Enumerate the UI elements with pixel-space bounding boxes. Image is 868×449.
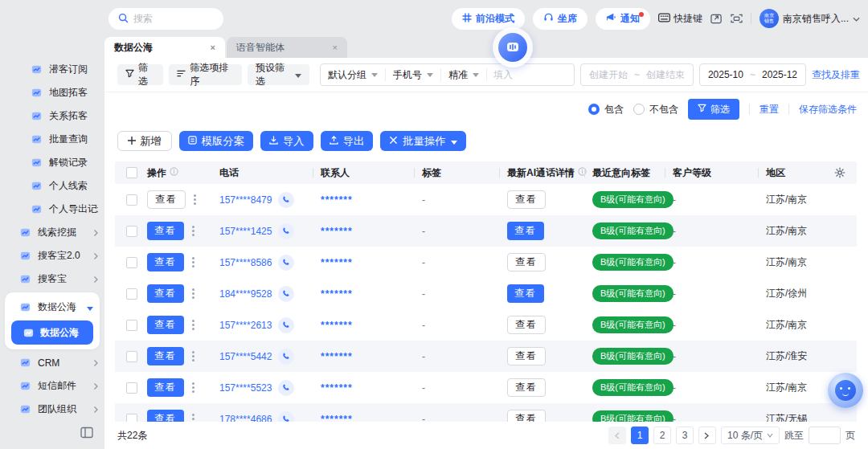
row-more-menu-icon[interactable]: [192, 320, 194, 330]
filter-button[interactable]: 筛选: [117, 64, 163, 85]
row-checkbox[interactable]: [126, 288, 137, 300]
page-button-2[interactable]: 2: [653, 427, 671, 444]
close-icon[interactable]: ×: [333, 43, 338, 52]
phone-number: 157****8586: [219, 257, 272, 268]
jump-page-input[interactable]: [809, 427, 841, 444]
sidebar-item-crm[interactable]: CRM: [0, 351, 104, 374]
export-button[interactable]: 导出: [321, 131, 374, 151]
ai-detail-view-button[interactable]: 查看: [507, 316, 546, 334]
template-assign-button[interactable]: 模版分案: [179, 131, 253, 151]
call-phone-icon[interactable]: [278, 223, 294, 239]
exclude-radio[interactable]: 不包含: [633, 103, 678, 116]
sidebar-collapse-icon[interactable]: [80, 427, 93, 441]
ai-detail-view-button[interactable]: 查看: [507, 347, 546, 365]
next-page-button[interactable]: [698, 427, 716, 444]
select-all-checkbox[interactable]: [126, 167, 137, 178]
month-range[interactable]: 2025-10 ~ 2025-12: [699, 63, 806, 86]
shortcuts-button[interactable]: 快捷键: [658, 12, 702, 26]
apply-filter-button[interactable]: 筛选: [688, 99, 739, 120]
frontier-mode-button[interactable]: 前沿模式: [452, 8, 525, 30]
table-row: 查看184****9528*******-查看B级(可能有意向)-江苏/徐州: [115, 278, 857, 309]
batch-operations-button[interactable]: 批量操作: [380, 131, 465, 151]
user-menu[interactable]: 南京销售 南京销售呼入...: [760, 9, 860, 28]
sidebar-item-personal-leads[interactable]: 个人线索: [0, 174, 104, 198]
sidebar-item-unlock-records[interactable]: 解锁记录: [0, 151, 104, 174]
view-button[interactable]: 查看: [147, 284, 184, 303]
sidebar-item-relation-expand[interactable]: 关系拓客: [0, 104, 104, 128]
row-more-menu-icon[interactable]: [192, 257, 194, 267]
sidebar-item-sms-mail[interactable]: 短信邮件: [0, 374, 104, 398]
find-dedupe-link[interactable]: 查找及排重: [812, 68, 860, 82]
floating-call-widget[interactable]: [493, 27, 533, 67]
ai-detail-view-button[interactable]: 查看: [507, 284, 544, 303]
row-more-menu-icon[interactable]: [192, 382, 194, 393]
view-button[interactable]: 查看: [147, 190, 186, 209]
create-date-range[interactable]: 创建开始 ~ 创建结束: [580, 63, 694, 86]
import-button[interactable]: 导入: [260, 131, 313, 151]
close-icon[interactable]: ×: [211, 43, 215, 52]
grid-icon: [462, 13, 472, 25]
call-phone-icon[interactable]: [278, 286, 294, 302]
row-more-menu-icon[interactable]: [192, 226, 194, 236]
sidebar-item-prospect-subscribe[interactable]: 潜客订阅: [0, 58, 104, 81]
call-phone-icon[interactable]: [278, 380, 294, 396]
row-checkbox[interactable]: [126, 382, 137, 394]
ai-detail-view-button[interactable]: 查看: [507, 222, 544, 240]
sidebar-item-soukebao-2[interactable]: 搜客宝2.0: [0, 244, 104, 267]
row-more-menu-icon[interactable]: [192, 351, 194, 361]
sidebar-item-map-expand[interactable]: 地图拓客: [0, 81, 104, 104]
call-phone-icon[interactable]: [278, 349, 294, 365]
view-button[interactable]: 查看: [147, 253, 184, 271]
row-checkbox[interactable]: [126, 351, 137, 362]
open-window-icon[interactable]: [710, 13, 723, 24]
ai-assistant-button[interactable]: [828, 373, 863, 408]
row-checkbox[interactable]: [126, 257, 137, 268]
view-button[interactable]: 查看: [147, 378, 184, 397]
row-more-menu-icon[interactable]: [192, 288, 194, 299]
group-select[interactable]: 默认分组: [321, 68, 386, 81]
notifications-button[interactable]: 通知: [596, 8, 650, 30]
screenshot-icon[interactable]: [731, 13, 743, 24]
filter-row: 筛选 筛选项排序 预设筛选 默认分组 手机号 精准: [104, 58, 868, 92]
ai-detail-view-button[interactable]: 查看: [507, 378, 546, 397]
sidebar-item-label: 搜客宝: [38, 272, 88, 286]
filter-sort-button[interactable]: 筛选项排序: [169, 64, 242, 85]
row-checkbox[interactable]: [126, 320, 137, 331]
global-search-input[interactable]: 搜索: [108, 8, 223, 30]
reset-link[interactable]: 重置: [760, 103, 779, 116]
row-checkbox[interactable]: [126, 194, 137, 206]
preset-filter-button[interactable]: 预设筛选: [248, 64, 309, 85]
view-button[interactable]: 查看: [147, 222, 184, 240]
agent-seat-button[interactable]: 坐席: [533, 8, 588, 30]
page-size-select[interactable]: 10 条/页: [721, 427, 780, 444]
prev-page-button[interactable]: [608, 427, 626, 444]
call-phone-icon[interactable]: [278, 255, 294, 271]
sidebar-item-team-org[interactable]: 团队组织: [0, 398, 104, 421]
tab-data-pool[interactable]: 数据公海×: [104, 37, 225, 58]
ai-detail-view-button[interactable]: 查看: [507, 253, 546, 271]
call-phone-icon[interactable]: [278, 192, 294, 208]
add-button[interactable]: 新增: [117, 131, 172, 151]
phone-number: 184****9528: [219, 288, 272, 300]
view-button[interactable]: 查看: [147, 347, 184, 365]
sidebar-item-data-pool[interactable]: 数据公海: [5, 296, 100, 319]
page-button-1[interactable]: 1: [631, 427, 649, 444]
tab-voice-agent[interactable]: 语音智能体×: [227, 37, 347, 58]
row-more-menu-icon[interactable]: [194, 194, 196, 205]
call-phone-icon[interactable]: [278, 317, 294, 333]
page-button-3[interactable]: 3: [676, 427, 694, 444]
ai-detail-view-button[interactable]: 查看: [507, 190, 546, 209]
column-settings-gear-icon[interactable]: [834, 167, 857, 178]
sidebar-item-batch-query[interactable]: 批量查询: [0, 128, 104, 151]
save-filter-link[interactable]: 保存筛选条件: [799, 103, 857, 116]
sidebar-item-soukebao[interactable]: 搜客宝: [0, 267, 104, 291]
match-select[interactable]: 精准: [441, 68, 487, 81]
sidebar-item-data-pool-sub-active[interactable]: 数据公海: [11, 320, 93, 345]
field-select[interactable]: 手机号: [386, 68, 441, 81]
value-input[interactable]: [487, 69, 574, 80]
view-button[interactable]: 查看: [147, 316, 184, 334]
row-checkbox[interactable]: [126, 226, 137, 237]
include-radio[interactable]: 包含: [588, 103, 624, 116]
sidebar-item-personal-export-records[interactable]: 个人导出记录: [0, 198, 104, 221]
sidebar-item-lead-mining[interactable]: 线索挖掘: [0, 221, 104, 244]
